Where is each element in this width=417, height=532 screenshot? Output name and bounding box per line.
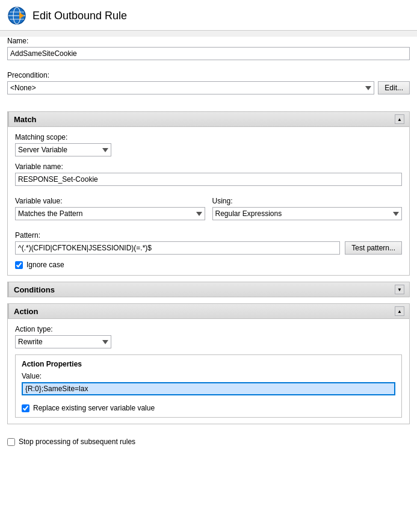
conditions-section-title: Conditions <box>14 285 55 294</box>
variable-value-using-row: Variable value: Matches the Pattern Usin… <box>15 197 402 220</box>
variable-name-group: Variable name: <box>15 162 402 186</box>
stop-processing-label: Stop processing of subsequent rules <box>19 438 135 446</box>
ignore-case-checkbox[interactable] <box>15 261 23 269</box>
variable-value-select[interactable]: Matches the Pattern <box>15 207 205 220</box>
pattern-label: Pattern: <box>15 231 402 240</box>
name-input[interactable] <box>7 47 410 60</box>
replace-existing-label: Replace existing server variable value <box>33 404 155 412</box>
action-section-body: Action type: Rewrite Action Properties V… <box>7 319 410 424</box>
matching-scope-select[interactable]: Server Variable <box>15 143 111 156</box>
pattern-group: Pattern: Test pattern... <box>15 231 402 255</box>
name-group: Name: <box>7 37 410 60</box>
replace-existing-checkbox[interactable] <box>22 404 29 412</box>
stop-processing-checkbox[interactable] <box>7 438 15 446</box>
action-properties-group: Action Properties Value: Replace existin… <box>15 354 402 418</box>
action-properties-title: Action Properties <box>22 360 395 368</box>
using-select[interactable]: Regular Expressions <box>212 207 403 220</box>
page-title: Edit Outbound Rule <box>32 10 127 22</box>
action-type-select[interactable]: Rewrite <box>15 335 111 348</box>
name-label: Name: <box>7 37 410 45</box>
match-section-header[interactable]: Match ▲ <box>7 111 410 127</box>
stop-processing-row: Stop processing of subsequent rules <box>7 438 410 446</box>
precondition-group: Precondition: <None> Edit... <box>7 71 410 94</box>
test-pattern-button[interactable]: Test pattern... <box>345 241 402 255</box>
action-section-title: Action <box>14 307 38 316</box>
action-type-group: Action type: Rewrite <box>15 325 402 348</box>
pattern-input[interactable] <box>15 241 340 255</box>
variable-value-label: Variable value: <box>15 197 205 205</box>
precondition-label: Precondition: <box>7 71 410 79</box>
value-label: Value: <box>22 372 395 380</box>
action-section-header[interactable]: Action ▲ <box>7 303 410 319</box>
match-section-title: Match <box>14 115 37 124</box>
using-label: Using: <box>212 197 403 205</box>
main-content: Name: Precondition: <None> Edit... Match… <box>0 37 417 532</box>
ignore-case-label: Ignore case <box>26 261 64 269</box>
pattern-row: Test pattern... <box>15 241 402 255</box>
page-header: Edit Outbound Rule <box>0 0 417 31</box>
action-type-label: Action type: <box>15 325 402 333</box>
precondition-row: <None> Edit... <box>7 81 410 94</box>
ignore-case-row: Ignore case <box>15 261 402 269</box>
matching-scope-group: Matching scope: Server Variable <box>15 133 402 156</box>
precondition-edit-button[interactable]: Edit... <box>378 81 410 94</box>
variable-name-input[interactable] <box>15 173 402 186</box>
outbound-rule-icon <box>7 6 26 25</box>
conditions-chevron: ▼ <box>395 285 404 294</box>
match-chevron: ▲ <box>395 114 404 124</box>
precondition-select[interactable]: <None> <box>7 81 374 94</box>
using-col: Using: Regular Expressions <box>212 197 403 220</box>
matching-scope-label: Matching scope: <box>15 133 402 141</box>
conditions-section-header[interactable]: Conditions ▼ <box>7 282 410 297</box>
action-value-input[interactable] <box>22 382 395 395</box>
match-section-body: Matching scope: Server Variable Variable… <box>7 127 410 276</box>
replace-existing-row: Replace existing server variable value <box>22 404 395 412</box>
variable-name-label: Variable name: <box>15 162 402 171</box>
variable-value-col: Variable value: Matches the Pattern <box>15 197 205 220</box>
action-chevron: ▲ <box>395 306 404 316</box>
